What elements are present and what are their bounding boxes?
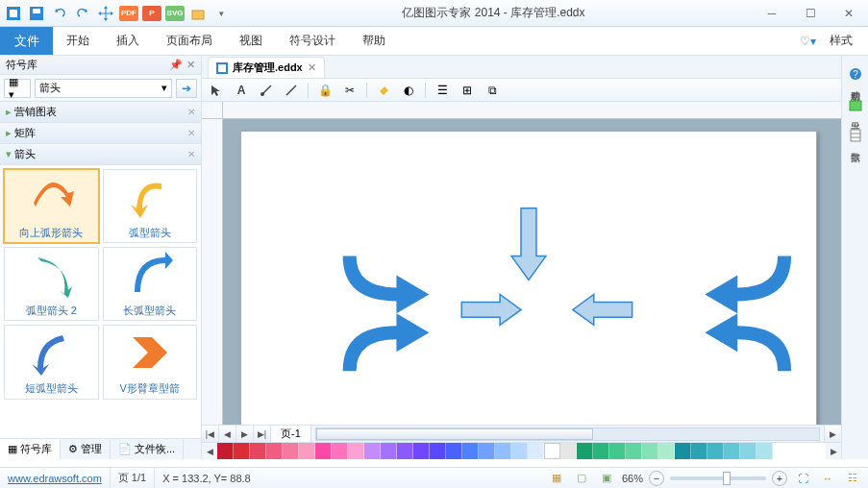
shape-arc-arrow-2[interactable]: 弧型箭头 2: [4, 247, 99, 321]
move-icon[interactable]: [96, 4, 115, 23]
export-pdf-button[interactable]: PDF: [119, 4, 138, 23]
view-page-icon[interactable]: ▢: [572, 470, 591, 487]
page-next[interactable]: ▶: [236, 426, 254, 443]
app-icon[interactable]: [4, 4, 23, 23]
ribbon-collapse-icon[interactable]: ♡▾: [800, 35, 816, 48]
h-scrollbar[interactable]: [315, 427, 820, 441]
status-url[interactable]: www.edrawsoft.com: [8, 473, 102, 484]
swatch[interactable]: [381, 443, 397, 459]
canvas[interactable]: [223, 119, 841, 425]
swatch[interactable]: [528, 443, 544, 459]
pointer-tool[interactable]: [208, 82, 225, 99]
undo-icon[interactable]: [50, 4, 69, 23]
pin-icon[interactable]: 📌: [169, 59, 183, 71]
swatch[interactable]: [658, 443, 675, 459]
swatch[interactable]: [266, 443, 283, 459]
library-icon-select[interactable]: ▦ ▾: [4, 79, 31, 98]
zoom-in-button[interactable]: +: [772, 471, 787, 486]
swatch[interactable]: [544, 443, 560, 459]
swatch[interactable]: [511, 443, 528, 459]
view-normal-icon[interactable]: ▦: [547, 470, 566, 487]
swatch[interactable]: [299, 443, 315, 459]
export-open-button[interactable]: [188, 4, 208, 23]
menu-page-layout[interactable]: 页面布局: [153, 27, 226, 55]
swatch[interactable]: [609, 443, 626, 459]
swatch[interactable]: [364, 443, 381, 459]
minimize-button[interactable]: ─: [753, 0, 791, 27]
distribute-tool[interactable]: ⊞: [459, 82, 476, 99]
swatch[interactable]: [217, 443, 234, 459]
save-icon[interactable]: [27, 4, 46, 23]
zoom-slider[interactable]: [670, 476, 766, 480]
swatch[interactable]: [315, 443, 332, 459]
align-tool[interactable]: ☰: [434, 82, 451, 99]
swatch[interactable]: [479, 443, 495, 459]
menu-insert[interactable]: 插入: [103, 27, 153, 55]
left-tab-manage[interactable]: ⚙ 管理: [61, 439, 111, 459]
fill-tool[interactable]: [375, 82, 392, 99]
menu-help[interactable]: 帮助: [349, 27, 399, 55]
close-button[interactable]: ✕: [830, 0, 868, 27]
section-arrows[interactable]: ▾ 箭头✕: [0, 144, 201, 165]
swatch[interactable]: [430, 443, 446, 459]
page[interactable]: [240, 131, 817, 425]
export-ppt-button[interactable]: P: [142, 4, 161, 23]
canvas-curved-arrow-bottom-right[interactable]: [705, 313, 791, 371]
right-tab-data[interactable]: 数据: [844, 123, 867, 150]
shadow-tool[interactable]: ◐: [400, 82, 417, 99]
page-prev[interactable]: ◀: [219, 426, 236, 443]
tab-close-icon[interactable]: ✕: [308, 61, 316, 74]
canvas-curved-arrow-top-left[interactable]: [343, 256, 430, 314]
library-go-button[interactable]: ➔: [176, 79, 197, 98]
swatch[interactable]: [724, 443, 740, 459]
swatch[interactable]: [593, 443, 609, 459]
panel-close-icon[interactable]: ✕: [186, 59, 195, 71]
section-marketing[interactable]: ▸ 营销图表✕: [0, 102, 201, 123]
zoom-out-button[interactable]: −: [649, 471, 664, 486]
shape-short-arc-arrow[interactable]: 短弧型箭头: [4, 325, 99, 399]
qat-dropdown[interactable]: ▾: [211, 4, 231, 23]
swatch[interactable]: [413, 443, 430, 459]
ruler-horizontal[interactable]: [223, 102, 841, 119]
maximize-button[interactable]: ☐: [791, 0, 830, 27]
menu-view[interactable]: 视图: [226, 27, 276, 55]
swatch[interactable]: [397, 443, 413, 459]
swatch[interactable]: [446, 443, 462, 459]
palette-next[interactable]: ▶: [826, 443, 841, 459]
swatch[interactable]: [740, 443, 756, 459]
right-tab-export[interactable]: 导出: [844, 92, 867, 119]
connector-tool[interactable]: [258, 82, 275, 99]
ruler-vertical[interactable]: [202, 119, 223, 425]
canvas-arrow-left[interactable]: [573, 294, 632, 325]
export-svg-button[interactable]: SVG: [165, 4, 185, 23]
menu-symbol-design[interactable]: 符号设计: [276, 27, 349, 55]
fit-width-icon[interactable]: ↔: [818, 470, 837, 487]
fit-page-icon[interactable]: ⛶: [793, 470, 812, 487]
view-full-icon[interactable]: ▣: [597, 470, 616, 487]
swatch[interactable]: [283, 443, 299, 459]
swatch[interactable]: [495, 443, 511, 459]
shape-chevron-arrow[interactable]: V形臂章型箭: [103, 325, 198, 399]
palette-prev[interactable]: ◀: [202, 443, 217, 459]
swatch[interactable]: [756, 443, 773, 459]
style-button[interactable]: 样式: [822, 33, 860, 49]
shape-up-arc-arrow[interactable]: 向上弧形箭头: [4, 169, 99, 243]
document-tab[interactable]: 库存管理.eddx ✕: [208, 57, 325, 78]
canvas-arrow-right[interactable]: [461, 294, 521, 325]
file-menu[interactable]: 文件: [0, 27, 53, 55]
swatch[interactable]: [332, 443, 348, 459]
scroll-right[interactable]: ▶: [824, 426, 841, 443]
page-first[interactable]: |◀: [202, 426, 219, 443]
left-tab-recovery[interactable]: 📄 文件恢...: [111, 439, 184, 459]
line-tool[interactable]: [283, 82, 300, 99]
swatch[interactable]: [462, 443, 479, 459]
swatch[interactable]: [348, 443, 364, 459]
swatch[interactable]: [250, 443, 266, 459]
swatch[interactable]: [642, 443, 658, 459]
redo-icon[interactable]: [73, 4, 92, 23]
shape-arc-arrow[interactable]: 弧型箭头: [103, 169, 198, 243]
section-matrix[interactable]: ▸ 矩阵✕: [0, 123, 201, 144]
library-select[interactable]: 箭头▾: [35, 79, 172, 98]
menu-start[interactable]: 开始: [53, 27, 103, 55]
page-last[interactable]: ▶|: [254, 426, 271, 443]
